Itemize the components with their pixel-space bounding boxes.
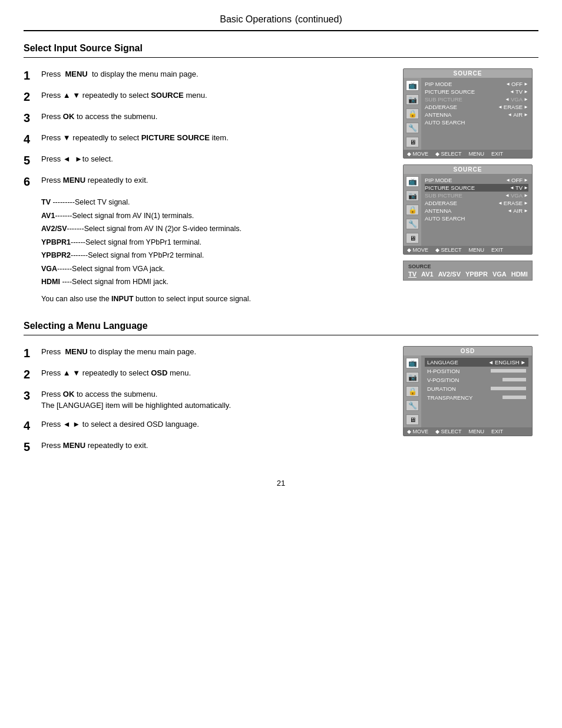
page-header: Basic Operations (continued) (24, 12, 538, 31)
step-num-4: 4 (24, 132, 37, 146)
osd-content: LANGUAGE ◄ ENGLISH ► H-POSITION V-POSITI… (421, 355, 532, 427)
menu2-row-autosearch: AUTO SEARCH (425, 215, 528, 222)
menu2-footer: ◆ MOVE ◆ SELECT MENU EXIT (404, 246, 532, 254)
step-text-4: Press ▼ repeatedly to select PICTURE SOU… (41, 132, 229, 144)
icon-camera-2: 📷 (406, 190, 419, 201)
section1-title: Select Input Source Signal (24, 43, 538, 54)
step2-num-1: 1 (24, 346, 37, 360)
signal-av1: AV1-------Select signal from AV IN(1) te… (41, 209, 391, 223)
signal-hdmi: HDMI ----Select signal from HDMI jack. (41, 275, 391, 289)
step-text-5: Press ◄ ►to select. (41, 153, 113, 165)
osd-row-duration: DURATION (425, 384, 528, 393)
section2-title: Selecting a Menu Language (24, 321, 538, 331)
icon-lock-2: 🔒 (406, 205, 419, 215)
osd-label-language: LANGUAGE (427, 359, 458, 365)
menu1-row-picture-source: PICTURE SOURCE ◄ TV ► (425, 88, 528, 95)
osd-icons: 📺 📷 🔒 🔧 🖥 (404, 355, 421, 427)
menu2-content: PIP MODE ◄ OFF ► PICTURE SOURCE ◄ TV ► S… (421, 174, 532, 246)
menu2-body: 📺 📷 🔒 🔧 🖥 PIP MODE ◄ OFF ► PICTURE SOURC… (404, 174, 532, 246)
osd-bar-vposition (503, 378, 526, 381)
icon-tv-2: 📺 (406, 176, 419, 187)
osd-bar-hposition (491, 369, 526, 373)
step-2-3: 3 Press OK to access the submenu. The [L… (24, 388, 391, 411)
menu-screenshot-2: SOURCE 📺 📷 🔒 🔧 🖥 PIP MODE ◄ OFF ► (403, 164, 533, 255)
menu1-row-sub-picture: SUB PICTURE ◄ VGA ► (425, 95, 528, 103)
step-text-6: Press MENU repeatedly to exit. (41, 174, 148, 186)
input-note: You can also use the INPUT button to sel… (41, 295, 391, 303)
header-title: Basic Operations (220, 14, 292, 24)
section-input-source: Select Input Source Signal 1 Press MENU … (24, 43, 538, 303)
signal-ypbpr2: YPBPR2-------Select signal from YPbPr2 t… (41, 249, 391, 262)
section-menu-language: Selecting a Menu Language 1 Press MENU t… (24, 321, 538, 461)
section1-content: 1 Press MENU to display the menu main pa… (24, 68, 538, 303)
step2-text-5: Press MENU repeatedly to exit. (41, 440, 148, 452)
footer2-select: ◆ SELECT (435, 247, 462, 253)
step-1-5: 5 Press ◄ ►to select. (24, 153, 391, 167)
step-1-2: 2 Press ▲ ▼ repeatedly to select SOURCE … (24, 90, 391, 104)
footer2-exit: EXIT (491, 247, 503, 253)
osd-value-language: ◄ ENGLISH ► (488, 359, 526, 365)
section2-divider (24, 335, 538, 335)
osd-footer-exit: EXIT (491, 429, 503, 434)
menu2-row-adderase: ADD/ERASE ◄ ERASE ► (425, 199, 528, 207)
icon-lock: 🔒 (406, 108, 419, 119)
source-hdmi: HDMI (511, 271, 528, 278)
source-bar-items: TV AV1 AV2/SV YPBPR VGA HDMI (408, 271, 527, 278)
osd-bar-transparency (503, 396, 526, 399)
osd-icon-lock: 🔒 (406, 386, 419, 397)
footer-menu: MENU (469, 151, 485, 157)
icon-tv: 📺 (406, 80, 419, 91)
osd-label-transparency: TRANSPARENCY (427, 394, 472, 401)
step2-text-4: Press ◄ ► to select a desired OSD langua… (41, 419, 199, 430)
step-text-3: Press OK to access the submenu. (41, 111, 157, 123)
step-1-3: 3 Press OK to access the submenu. (24, 111, 391, 125)
menu2-title: SOURCE (404, 165, 532, 174)
signal-vga: VGA------Select signal from VGA jack. (41, 262, 391, 276)
osd-icon-tv: 📺 (406, 358, 419, 368)
osd-footer-move: ◆ MOVE (407, 429, 428, 434)
menu2-row-sub-picture: SUB PICTURE ◄ VGA ► (425, 192, 528, 199)
osd-menu-screenshot: OSD 📺 📷 🔒 🔧 🖥 LANGUAGE ◄ ENGLISH ► (403, 346, 533, 436)
source-bar-title: SOURCE (408, 263, 527, 269)
menu1-content: PIP MODE ◄ OFF ► PICTURE SOURCE ◄ TV ► S… (421, 78, 532, 150)
step2-text-2: Press ▲ ▼ repeatedly to select OSD menu. (41, 367, 191, 379)
step-text-2: Press ▲ ▼ repeatedly to select SOURCE me… (41, 90, 207, 101)
osd-body: 📺 📷 🔒 🔧 🖥 LANGUAGE ◄ ENGLISH ► (404, 355, 532, 427)
osd-footer-menu: MENU (469, 429, 485, 434)
source-av2sv: AV2/SV (438, 271, 461, 278)
step-2-5: 5 Press MENU repeatedly to exit. (24, 440, 391, 454)
osd-footer: ◆ MOVE ◆ SELECT MENU EXIT (404, 427, 532, 436)
menu1-footer: ◆ MOVE ◆ SELECT MENU EXIT (404, 150, 532, 158)
icon-camera: 📷 (406, 94, 419, 105)
menu1-row-adderase: ADD/ERASE ◄ ERASE ► (425, 103, 528, 111)
step-num-5: 5 (24, 153, 37, 167)
menu-screenshot-1: SOURCE 📺 📷 🔒 🔧 🖥 PIP MODE ◄ OFF ► (403, 68, 533, 159)
footer-move: ◆ MOVE (407, 151, 428, 157)
page-number: 21 (24, 479, 538, 487)
section1-steps: 1 Press MENU to display the menu main pa… (24, 68, 391, 303)
osd-title: OSD (404, 347, 532, 355)
osd-icon-wrench: 🔧 (406, 400, 419, 411)
osd-label-duration: DURATION (427, 386, 456, 392)
header-subtitle: (continued) (295, 14, 342, 24)
osd-label-vposition: V-POSITION (427, 377, 459, 383)
source-ypbpr: YPBPR (465, 271, 488, 278)
osd-row-language: LANGUAGE ◄ ENGLISH ► (425, 358, 528, 367)
signal-ypbpr1: YPBPR1------Select signal from YPbPr1 te… (41, 236, 391, 249)
icon-monitor-2: 🖥 (406, 233, 419, 243)
step-1-1: 1 Press MENU to display the menu main pa… (24, 68, 391, 83)
osd-icon-camera: 📷 (406, 372, 419, 383)
source-tv: TV (408, 271, 416, 278)
section2-steps: 1 Press MENU to display the menu main pa… (24, 346, 391, 461)
footer2-menu: MENU (469, 247, 485, 253)
menu2-row-antenna: ANTENNA ◄ AIR ► (425, 207, 528, 215)
step-text-1: Press MENU to display the menu main page… (41, 68, 199, 80)
section2-content: 1 Press MENU to display the menu main pa… (24, 346, 538, 461)
osd-footer-select: ◆ SELECT (435, 429, 462, 434)
step-num-6: 6 (24, 174, 37, 189)
footer-exit: EXIT (491, 151, 503, 157)
osd-row-vposition: V-POSITION (425, 375, 528, 384)
menu2-row-picture-source: PICTURE SOURCE ◄ TV ► (425, 184, 528, 192)
step-2-2: 2 Press ▲ ▼ repeatedly to select OSD men… (24, 367, 391, 381)
menu1-row-pip: PIP MODE ◄ OFF ► (425, 80, 528, 88)
